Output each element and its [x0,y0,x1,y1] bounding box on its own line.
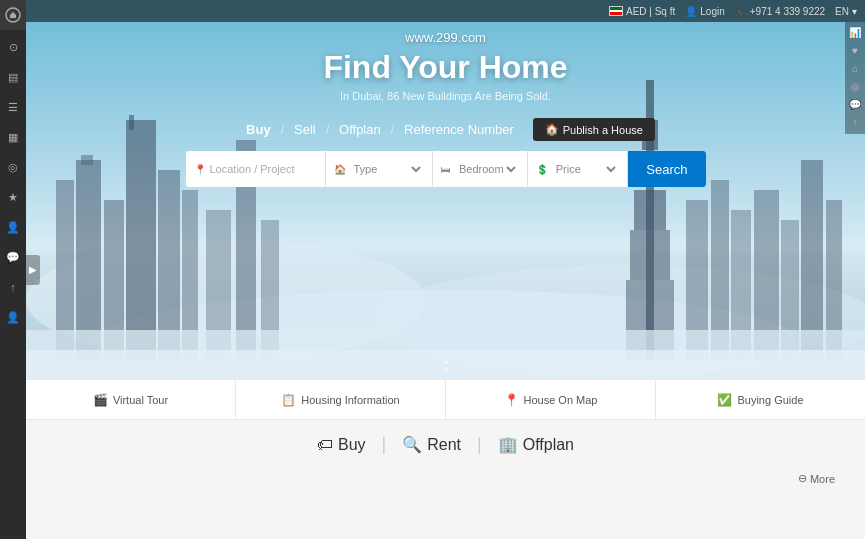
flag-icon [609,6,623,16]
nav-offplan[interactable]: Offplan [329,118,391,141]
right-icon-home[interactable]: ⌂ [852,64,858,74]
hero-url: www.299.com [26,30,865,45]
property-tabs-section: 🏷 Buy | 🔍 Rent | 🏢 Offplan ⊖ More ▶1 ♥ [26,420,865,539]
sidebar-icon-menu[interactable]: ▤ [0,64,26,90]
bedroom-field[interactable]: 🛏 Bedroom Studio 1 BR 2 BR 3 BR [433,151,528,187]
price-select[interactable]: Price 0 - 500k 500k - 1M 1M+ [552,162,620,176]
nav-buy[interactable]: Buy [236,118,281,141]
sidebar-icon-list[interactable]: ☰ [0,94,26,120]
buying-guide-nav[interactable]: ✅ Buying Guide [656,380,865,419]
search-icon: 🔍 [402,435,422,454]
bottom-nav: 🎬 Virtual Tour 📋 Housing Information 📍 H… [26,380,865,420]
bedroom-select[interactable]: Bedroom Studio 1 BR 2 BR 3 BR [455,162,519,176]
user-icon: 👤 [685,6,697,17]
price-icon: 💲 [536,164,548,175]
sidebar-icon-location[interactable]: ◎ [0,154,26,180]
more-link[interactable]: ⊖ More [798,472,835,485]
sidebar-icon-grid[interactable]: ⊙ [0,34,26,60]
tab-sep-2: | [477,434,482,455]
location-field[interactable]: 📍 Location / Project [186,151,326,187]
location-placeholder: Location / Project [210,163,295,175]
type-select[interactable]: Type Apartment Villa Townhouse [350,162,424,176]
more-icon: ⊖ [798,472,807,485]
tag-icon: 🏷 [317,436,333,454]
sidebar-icon-user2[interactable]: 👤 [0,304,26,330]
right-icon-heart[interactable]: ♥ [852,46,858,56]
sidebar-logo[interactable] [0,0,26,30]
buying-guide-label: Buying Guide [737,394,803,406]
right-icons-panel: 📊 ♥ ⌂ ◎ 💬 ↑ [845,22,865,134]
sidebar-icon-user[interactable]: 👤 [0,214,26,240]
publish-button[interactable]: 🏠 Publish a House [533,118,655,141]
right-icon-chat[interactable]: 💬 [849,100,861,110]
topbar: AED | Sq ft 👤 Login 📞 +971 4 339 9222 EN… [26,0,865,22]
phone-number[interactable]: 📞 +971 4 339 9222 [735,6,825,17]
video-icon: 🎬 [93,393,108,407]
hero-title: Find Your Home [26,49,865,86]
scroll-down-chevron[interactable]: ⌄ ⌄ [440,354,452,372]
svg-rect-20 [630,230,670,280]
document-icon: 📋 [281,393,296,407]
nav-reference[interactable]: Reference Number [394,118,524,141]
tab-sep-1: | [382,434,387,455]
building-icon: 🏢 [498,435,518,454]
sidebar-icon-chat[interactable]: 💬 [0,244,26,270]
price-field[interactable]: 💲 Price 0 - 500k 500k - 1M 1M+ [528,151,629,187]
home-icon: 🏠 [545,123,559,136]
map-icon: 📍 [504,393,519,407]
house-on-map-nav[interactable]: 📍 House On Map [446,380,656,419]
hero-nav: Buy / Sell / Offplan / Reference Number … [26,118,865,141]
right-icon-chart[interactable]: 📊 [849,28,861,38]
virtual-tour-label: Virtual Tour [113,394,168,406]
phone-icon: 📞 [735,6,747,17]
virtual-tour-nav[interactable]: 🎬 Virtual Tour [26,380,236,419]
sidebar-expand-button[interactable]: ▶ [26,255,40,285]
property-tabs: 🏷 Buy | 🔍 Rent | 🏢 Offplan [26,420,865,455]
hero-content: www.299.com Find Your Home In Dubai, 86 … [26,30,865,187]
chevron-down-icon: ▾ [852,6,857,17]
sidebar-icon-up[interactable]: ↑ [0,274,26,300]
check-icon: ✅ [717,393,732,407]
language-selector[interactable]: EN ▾ [835,6,857,17]
sidebar-icon-chart[interactable]: ▦ [0,124,26,150]
login-button[interactable]: 👤 Login [685,6,724,17]
house-on-map-label: House On Map [524,394,598,406]
housing-info-nav[interactable]: 📋 Housing Information [236,380,446,419]
bedroom-icon: 🛏 [441,164,451,175]
right-icon-up[interactable]: ↑ [853,118,858,128]
tab-offplan[interactable]: 🏢 Offplan [498,435,574,454]
type-icon: 🏠 [334,164,346,175]
search-button[interactable]: Search [628,151,705,187]
svg-rect-19 [634,190,666,230]
hero-section: www.299.com Find Your Home In Dubai, 86 … [26,0,865,380]
currency-label: AED | Sq ft [626,6,675,17]
currency-selector[interactable]: AED | Sq ft [609,6,675,17]
sidebar-icon-star[interactable]: ★ [0,184,26,210]
tab-rent[interactable]: 🔍 Rent [402,435,461,454]
location-icon: 📍 [194,164,206,175]
sidebar: ⊙ ▤ ☰ ▦ ◎ ★ 👤 💬 ↑ 👤 [0,0,26,539]
hero-subtitle: In Dubai, 86 New Buildings Are Being Sol… [26,90,865,102]
right-icon-location[interactable]: ◎ [851,82,860,92]
tab-buy[interactable]: 🏷 Buy [317,436,366,454]
housing-info-label: Housing Information [301,394,399,406]
search-bar: 📍 Location / Project 🏠 Type Apartment Vi… [186,151,706,187]
type-field[interactable]: 🏠 Type Apartment Villa Townhouse [326,151,433,187]
nav-sell[interactable]: Sell [284,118,326,141]
